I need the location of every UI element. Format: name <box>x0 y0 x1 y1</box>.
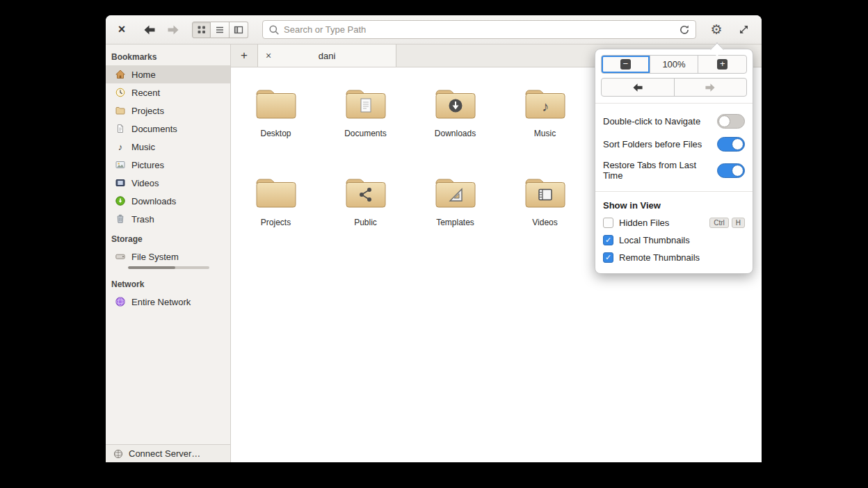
connect-server-label: Connect Server… <box>129 448 200 459</box>
sidebar-item-label: Downloads <box>131 196 176 206</box>
sidebar-item-music[interactable]: ♪ Music <box>106 138 230 156</box>
folder-icon <box>254 174 298 211</box>
sidebar-item-label: Projects <box>131 106 164 116</box>
forward-arrow-icon <box>704 83 716 92</box>
popover-back-button[interactable] <box>602 79 674 96</box>
remote-thumbnails-checkbox[interactable]: ✓ <box>603 252 613 263</box>
file-label: Public <box>354 218 377 227</box>
forward-arrow-icon <box>166 24 180 35</box>
sidebar-item-label: Trash <box>131 214 154 225</box>
grid-view-button[interactable] <box>192 22 211 38</box>
window-close-button[interactable]: × <box>114 22 129 38</box>
folder-music[interactable]: ♪ Music <box>500 86 590 158</box>
sidebar-item-home[interactable]: Home <box>106 65 230 83</box>
zoom-out-button[interactable]: − <box>602 56 650 73</box>
recent-clock-icon <box>115 87 126 98</box>
folder-videos-icon <box>523 174 568 211</box>
local-thumbnails-checkbox[interactable]: ✓ <box>603 235 613 245</box>
music-note-icon: ♪ <box>115 141 126 152</box>
folder-projects[interactable]: Projects <box>231 174 321 247</box>
network-globe-icon <box>115 296 126 307</box>
tab-dani[interactable]: × dani <box>257 44 396 67</box>
file-label: Videos <box>532 218 557 227</box>
double-click-navigate-toggle[interactable] <box>717 114 745 129</box>
svg-text:♪: ♪ <box>542 99 549 114</box>
search-icon <box>268 24 280 35</box>
folder-templates[interactable]: Templates <box>410 174 500 247</box>
path-search-entry <box>262 20 696 39</box>
list-view-icon <box>215 25 225 35</box>
home-icon <box>115 69 126 80</box>
keycap-ctrl: Ctrl <box>709 218 729 228</box>
zoom-in-button[interactable]: + <box>698 56 746 73</box>
document-icon <box>115 123 126 134</box>
divider <box>595 103 753 104</box>
file-label: Downloads <box>435 129 476 138</box>
sidebar: Bookmarks Home Re <box>106 44 231 462</box>
toggle-label: Double-click to Navigate <box>603 116 700 127</box>
file-label: Templates <box>436 218 474 227</box>
header-bar: × <box>106 15 762 44</box>
folder-icon <box>115 105 126 116</box>
grid-view-icon <box>197 25 207 35</box>
sidebar-section-network: Network <box>106 273 230 293</box>
list-view-button[interactable] <box>211 22 230 38</box>
back-button[interactable] <box>140 22 159 38</box>
connect-server-button[interactable]: Connect Server… <box>106 444 230 462</box>
local-thumbnails-row[interactable]: ✓ Local Thumbnails <box>601 231 747 249</box>
forward-button[interactable] <box>164 22 182 38</box>
back-arrow-icon <box>143 24 156 35</box>
folder-public[interactable]: Public <box>321 174 410 247</box>
settings-gear-button[interactable]: ⚙ <box>705 20 728 40</box>
file-label: Projects <box>261 218 291 227</box>
sidebar-item-videos[interactable]: Videos <box>106 174 230 192</box>
sidebar-item-projects[interactable]: Projects <box>106 101 230 120</box>
disk-usage-bar <box>128 266 209 269</box>
tab-close-icon[interactable]: × <box>266 50 271 61</box>
column-view-button[interactable] <box>230 22 248 38</box>
sidebar-item-recent[interactable]: Recent <box>106 83 230 101</box>
sort-folders-row: Sort Folders before Files <box>601 133 747 156</box>
file-label: Desktop <box>260 129 291 138</box>
sidebar-item-documents[interactable]: Documents <box>106 120 230 138</box>
videos-icon <box>115 177 126 188</box>
folder-icon <box>254 86 298 122</box>
checkbox-label: Hidden Files <box>619 218 669 228</box>
sidebar-item-label: Home <box>131 70 156 80</box>
folder-desktop[interactable]: Desktop <box>231 86 321 158</box>
sidebar-item-label: Entire Network <box>131 297 191 307</box>
file-label: Music <box>534 129 556 138</box>
sidebar-item-downloads[interactable]: Downloads <box>106 192 230 210</box>
hard-drive-icon <box>115 251 126 262</box>
refresh-icon[interactable] <box>679 24 690 35</box>
toggle-label: Restore Tabs from Last Time <box>603 160 717 181</box>
sort-folders-toggle[interactable] <box>717 137 745 152</box>
new-tab-button[interactable]: + <box>231 44 257 67</box>
sidebar-item-trash[interactable]: Trash <box>106 210 230 228</box>
sidebar-item-label: Documents <box>131 124 177 134</box>
popover-forward-button[interactable] <box>674 79 747 96</box>
sidebar-item-file-system[interactable]: File System <box>106 247 230 266</box>
sidebar-item-label: Music <box>131 142 155 152</box>
checkbox-label: Remote Thumbnails <box>619 252 700 263</box>
popover-nav-control <box>601 78 747 97</box>
shortcut-keys: Ctrl H <box>709 218 745 228</box>
show-in-view-heading: Show in View <box>601 198 747 214</box>
hidden-files-checkbox[interactable] <box>603 218 613 228</box>
column-view-icon <box>234 25 243 35</box>
sidebar-item-pictures[interactable]: Pictures <box>106 156 230 174</box>
folder-documents[interactable]: Documents <box>321 86 410 158</box>
folder-downloads-icon <box>433 86 478 122</box>
remote-thumbnails-row[interactable]: ✓ Remote Thumbnails <box>601 249 747 266</box>
fullscreen-button[interactable] <box>734 22 753 38</box>
folder-videos[interactable]: Videos <box>500 174 590 247</box>
view-switcher <box>192 22 248 38</box>
folder-music-icon: ♪ <box>523 86 568 122</box>
folder-public-icon <box>344 174 388 211</box>
search-input[interactable] <box>284 24 675 35</box>
hidden-files-row[interactable]: Hidden Files Ctrl H <box>601 214 747 231</box>
sidebar-item-entire-network[interactable]: Entire Network <box>106 293 230 311</box>
sidebar-item-label: Videos <box>131 178 159 188</box>
folder-downloads[interactable]: Downloads <box>410 86 500 158</box>
restore-tabs-toggle[interactable] <box>717 163 745 178</box>
